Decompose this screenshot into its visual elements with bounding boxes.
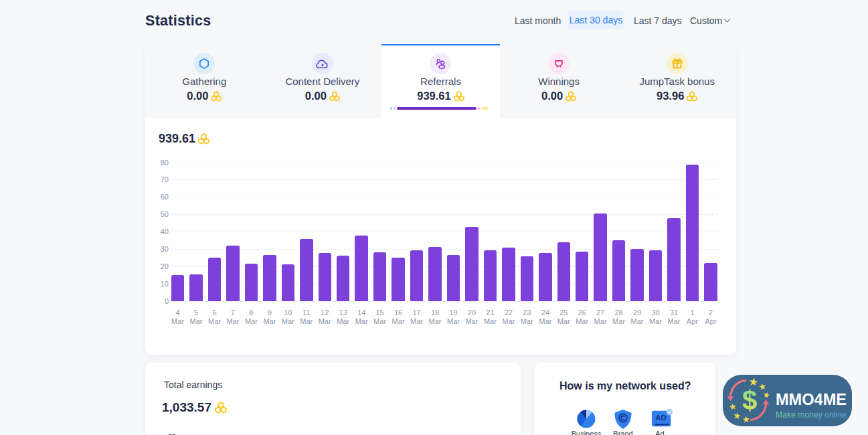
svg-text:AD: AD	[655, 414, 667, 422]
svg-text:$: $	[742, 385, 757, 415]
svg-text:Make money online: Make money online	[776, 410, 847, 420]
svg-text:MMO4ME: MMO4ME	[776, 391, 847, 408]
